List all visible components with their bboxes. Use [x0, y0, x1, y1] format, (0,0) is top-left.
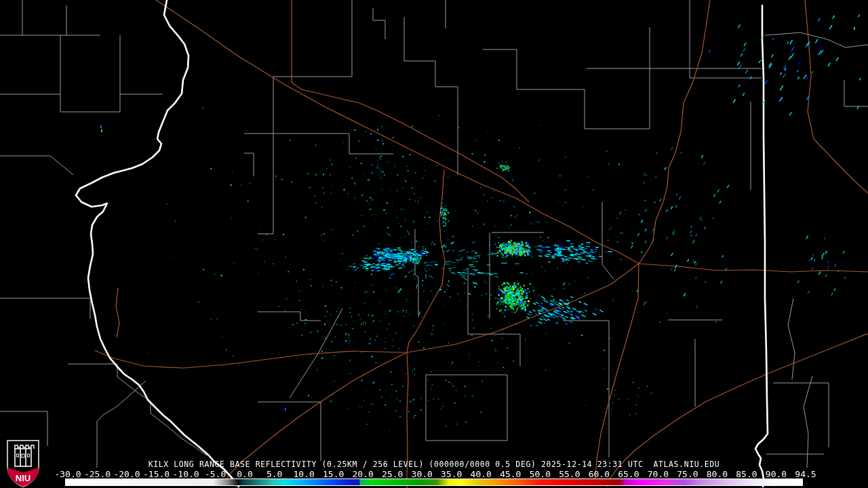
colorbar-tick-label: 15.0	[323, 470, 344, 479]
niu-logo-text: NIU	[16, 473, 31, 483]
colorbar-tick-label: 80.0	[707, 470, 728, 479]
colorbar-tick-label: 30.0	[412, 470, 433, 479]
colorbar-tick-label: 40.0	[471, 470, 492, 479]
colorbar-tick-label: -15.0	[143, 470, 170, 479]
colorbar-tick-label: 45.0	[500, 470, 521, 479]
colorbar-tick-label: 20.0	[353, 470, 374, 479]
colorbar-tick-label: -10.0	[173, 470, 199, 479]
colorbar-tick-label: 25.0	[382, 470, 403, 479]
radar-app: KILX LONG RANGE BASE REFLECTIVITY (0.25K…	[0, 0, 868, 488]
colorbar-tick-label: 90.0	[766, 470, 787, 479]
radar-product-title: KILX LONG RANGE BASE REFLECTIVITY (0.25K…	[0, 460, 868, 469]
colorbar-tick-label: 70.0	[648, 470, 669, 479]
colorbar-tick-label: 55.0	[559, 470, 580, 479]
colorbar-tick-label: 65.0	[618, 470, 639, 479]
colorbar-tick-label: -30.0	[54, 470, 81, 479]
colorbar-tick-label: -20.0	[113, 470, 140, 479]
colorbar-tick-label: 35.0	[441, 470, 462, 479]
colorbar-tick-label: 75.0	[677, 470, 698, 479]
colorbar-tick-label: 50.0	[530, 470, 551, 479]
colorbar-tick-label: 5.0	[267, 470, 282, 479]
colorbar-tick-label: 60.0	[589, 470, 610, 479]
colorbar-tick-label: -5.0	[205, 470, 226, 479]
colorbar-tick-label: 10.0	[294, 470, 315, 479]
colorbar-tick-label: 0.0	[237, 470, 252, 479]
niu-logo: NIU	[5, 439, 41, 488]
colorbar-tick-labels: -30.0-25.0-20.0-15.0-10.0-5.00.05.010.01…	[0, 470, 868, 479]
reflectivity-colorbar	[65, 479, 803, 486]
colorbar-tick-label: 85.0	[736, 470, 757, 479]
radar-echo-canvas	[0, 0, 868, 488]
colorbar-tick-label: 94.5	[795, 470, 816, 479]
colorbar-tick-label: -25.0	[84, 470, 111, 479]
